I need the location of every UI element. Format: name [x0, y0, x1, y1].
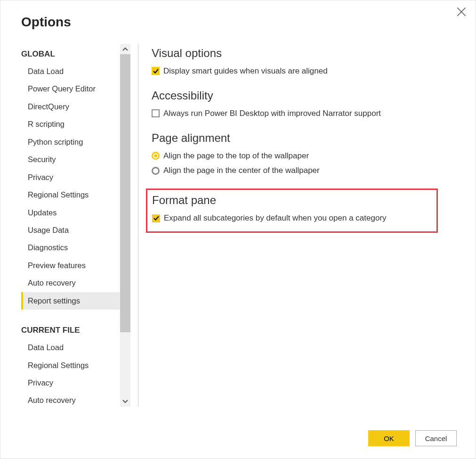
radio-align-top[interactable]	[152, 152, 160, 160]
sidebar-item-usage-data[interactable]: Usage Data	[21, 221, 120, 239]
sidebar-item-data-load[interactable]: Data Load	[21, 63, 120, 80]
option-label: Display smart guides when visuals are al…	[163, 66, 328, 77]
content-pane: Visual options Display smart guides when…	[152, 44, 476, 407]
checkbox-smart-guides[interactable]	[152, 67, 160, 75]
close-button[interactable]	[457, 7, 466, 16]
check-icon	[153, 215, 159, 221]
group-title-page-alignment: Page alignment	[152, 131, 457, 145]
sidebar-item-cf-privacy[interactable]: Privacy	[21, 374, 120, 392]
chevron-up-icon	[122, 47, 128, 51]
group-title-accessibility: Accessibility	[152, 89, 457, 102]
sidebar-scrollbar[interactable]	[120, 44, 130, 407]
ok-button[interactable]: OK	[368, 430, 410, 446]
scroll-thumb[interactable]	[120, 54, 130, 332]
sidebar-item-r-scripting[interactable]: R scripting	[21, 115, 120, 133]
scroll-up-button[interactable]	[120, 44, 130, 54]
sidebar-item-diagnostics[interactable]: Diagnostics	[21, 239, 120, 256]
sidebar-item-updates[interactable]: Updates	[21, 204, 120, 221]
sidebar-item-power-query-editor[interactable]: Power Query Editor	[21, 80, 120, 98]
sidebar: GLOBAL Data Load Power Query Editor Dire…	[21, 44, 130, 407]
checkbox-expand-subcategories[interactable]	[152, 214, 160, 222]
group-title-visual-options: Visual options	[152, 47, 457, 60]
vertical-divider	[138, 44, 138, 407]
sidebar-item-preview-features[interactable]: Preview features	[21, 257, 120, 274]
check-icon	[153, 68, 159, 74]
option-label: Align the page to the top of the wallpap…	[163, 150, 309, 162]
sidebar-item-cf-regional-settings[interactable]: Regional Settings	[21, 357, 120, 374]
option-label: Align the page in the center of the wall…	[163, 165, 320, 176]
cancel-button[interactable]: Cancel	[415, 430, 457, 446]
sidebar-item-cf-auto-recovery[interactable]: Auto recovery	[21, 392, 120, 407]
sidebar-item-python-scripting[interactable]: Python scripting	[21, 133, 120, 151]
group-title-format-pane: Format pane	[152, 194, 432, 207]
format-pane-highlight: Format pane Expand all subcategories by …	[146, 189, 438, 233]
dialog-title: Options	[21, 15, 455, 30]
option-label: Expand all subcategories by default when…	[164, 213, 387, 224]
sidebar-item-directquery[interactable]: DirectQuery	[21, 98, 120, 115]
sidebar-item-cf-data-load[interactable]: Data Load	[21, 339, 120, 356]
option-label: Always run Power BI Desktop with improve…	[163, 108, 381, 119]
close-icon	[457, 7, 466, 16]
sidebar-item-auto-recovery[interactable]: Auto recovery	[21, 274, 120, 292]
checkbox-narrator-support[interactable]	[152, 109, 160, 117]
chevron-down-icon	[122, 400, 128, 403]
sidebar-section-current-file: CURRENT FILE	[21, 320, 120, 339]
sidebar-item-regional-settings[interactable]: Regional Settings	[21, 186, 120, 204]
sidebar-section-global: GLOBAL	[21, 44, 120, 63]
sidebar-item-privacy[interactable]: Privacy	[21, 169, 120, 186]
radio-align-center[interactable]	[152, 167, 160, 175]
sidebar-item-report-settings[interactable]: Report settings	[21, 292, 120, 310]
scroll-down-button[interactable]	[120, 396, 130, 407]
sidebar-item-security[interactable]: Security	[21, 151, 120, 168]
